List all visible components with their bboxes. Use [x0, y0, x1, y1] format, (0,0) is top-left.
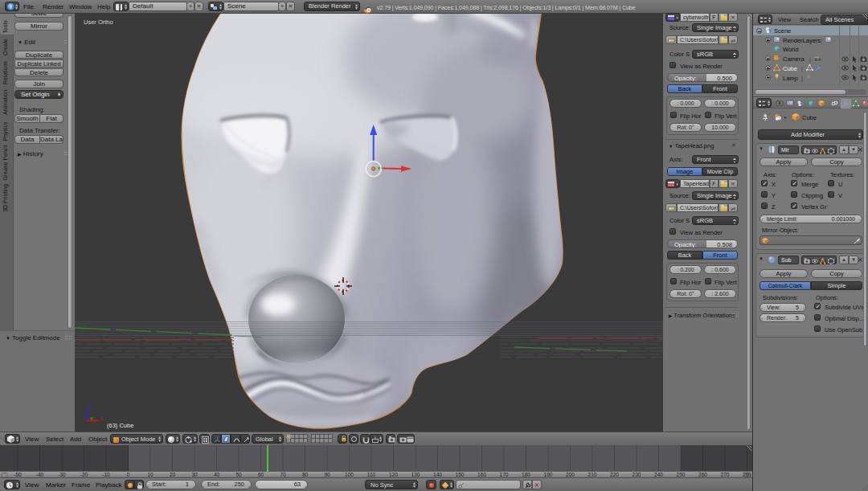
- svg-text:z: z: [89, 403, 92, 409]
- svg-text:x: x: [100, 415, 104, 421]
